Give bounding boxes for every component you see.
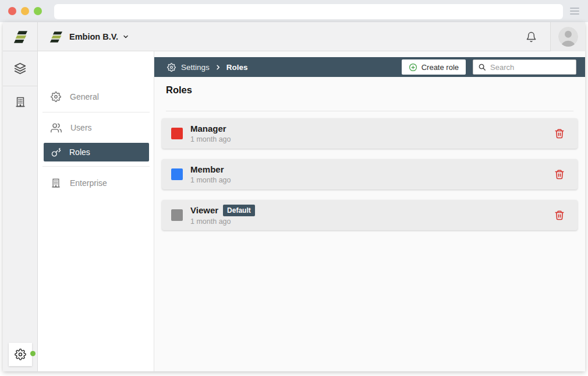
chevron-down-icon xyxy=(122,33,129,40)
role-text: Viewer Default 1 month ago xyxy=(190,205,255,225)
settings-sidebar: General Users Roles Enterprise xyxy=(38,51,154,371)
page-title: Roles xyxy=(166,85,192,96)
sidebar-item-label: Users xyxy=(70,123,92,132)
trash-icon xyxy=(554,210,565,220)
create-role-button[interactable]: Create role xyxy=(402,59,466,75)
rail-item-enterprise[interactable] xyxy=(3,96,37,108)
sidebar-divider xyxy=(42,112,150,113)
rail-settings-button[interactable] xyxy=(9,343,32,366)
main-content: Settings Roles Create role Roles xyxy=(154,51,585,371)
role-text: Manager 1 month ago xyxy=(190,124,231,143)
chevron-right-icon xyxy=(215,64,221,71)
breadcrumb-item-settings[interactable]: Settings xyxy=(181,63,210,72)
building-icon xyxy=(15,96,26,108)
trash-icon xyxy=(554,128,565,139)
key-icon xyxy=(51,147,61,157)
embion-logo-icon xyxy=(49,31,62,43)
create-role-label: Create role xyxy=(421,63,459,72)
browser-menu-icon[interactable] xyxy=(570,8,579,15)
gear-icon xyxy=(167,63,176,72)
gear-icon xyxy=(51,92,61,102)
sidebar-item-label: General xyxy=(70,92,99,101)
search-icon xyxy=(478,63,486,71)
role-name: Manager xyxy=(190,124,226,133)
breadcrumb-bar: Settings Roles Create role xyxy=(154,57,585,77)
building-icon xyxy=(51,178,61,188)
role-name: Member xyxy=(190,164,224,174)
users-icon xyxy=(51,122,62,133)
rail-logo-cell xyxy=(3,22,38,51)
rail-item-layers[interactable] xyxy=(3,62,37,75)
role-text: Member 1 month ago xyxy=(190,164,231,184)
company-switcher[interactable]: Embion B.V. xyxy=(38,22,129,51)
delete-role-button[interactable] xyxy=(554,169,565,180)
app-header: Embion B.V. xyxy=(3,22,585,51)
default-badge: Default xyxy=(223,205,255,216)
user-avatar-icon xyxy=(558,27,578,47)
plus-circle-icon xyxy=(409,63,417,72)
search-input[interactable] xyxy=(490,63,571,72)
icon-rail xyxy=(3,51,38,371)
role-name: Viewer xyxy=(190,205,218,215)
sidebar-item-roles[interactable]: Roles xyxy=(44,143,149,161)
role-timestamp: 1 month ago xyxy=(190,135,231,143)
delete-role-button[interactable] xyxy=(554,210,565,220)
window-controls xyxy=(8,7,42,15)
role-timestamp: 1 month ago xyxy=(190,176,231,184)
online-status-dot xyxy=(30,351,36,356)
company-name: Embion B.V. xyxy=(69,32,118,41)
roles-list: Manager 1 month ago Member 1 month ago xyxy=(162,118,578,230)
role-color-swatch xyxy=(171,209,183,221)
delete-role-button[interactable] xyxy=(554,128,565,139)
role-row-manager[interactable]: Manager 1 month ago xyxy=(162,118,578,149)
browser-chrome xyxy=(0,0,588,22)
sidebar-item-label: Roles xyxy=(69,147,90,157)
sidebar-divider xyxy=(42,166,150,167)
settings-gear-icon xyxy=(15,349,26,360)
breadcrumb: Settings Roles xyxy=(167,63,248,72)
zoom-window-button[interactable] xyxy=(34,7,42,15)
trash-icon xyxy=(554,169,565,180)
notifications-bell-icon[interactable] xyxy=(526,31,537,43)
rail-divider xyxy=(3,86,37,86)
layers-icon xyxy=(14,62,26,75)
minimize-window-button[interactable] xyxy=(21,7,29,15)
app-window: Embion B.V. xyxy=(3,22,585,371)
role-timestamp: 1 month ago xyxy=(190,217,255,226)
sidebar-item-enterprise[interactable]: Enterprise xyxy=(38,170,154,196)
address-bar[interactable] xyxy=(54,4,563,19)
role-color-swatch xyxy=(171,168,183,180)
sidebar-item-users[interactable]: Users xyxy=(38,114,154,141)
sidebar-item-label: Enterprise xyxy=(70,178,107,188)
title-divider xyxy=(166,111,573,111)
role-row-member[interactable]: Member 1 month ago xyxy=(162,159,578,189)
search-box xyxy=(473,59,576,75)
role-color-swatch xyxy=(171,128,183,139)
breadcrumb-item-roles: Roles xyxy=(226,63,248,72)
role-row-viewer[interactable]: Viewer Default 1 month ago xyxy=(162,200,578,230)
user-menu[interactable] xyxy=(550,22,585,51)
close-window-button[interactable] xyxy=(8,7,16,15)
embion-logo-icon xyxy=(13,30,27,44)
sidebar-item-general[interactable]: General xyxy=(38,83,154,110)
